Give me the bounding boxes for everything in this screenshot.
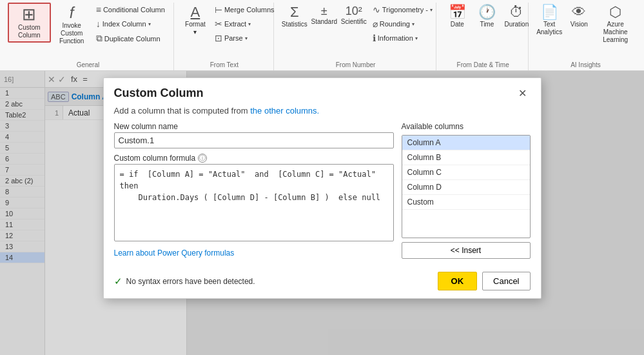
azure-ml-button[interactable]: ⬡ Azure MachineLearning	[594, 3, 636, 46]
dialog-main-row: New column name Custom column formula ⓘ …	[114, 122, 531, 259]
rounding-button[interactable]: ⌀ Rounding ▾	[369, 17, 436, 31]
available-columns-label: Available columns	[402, 122, 531, 131]
dialog-title-bar: Custom Column ✕	[104, 78, 541, 106]
standard-icon: ±	[321, 5, 327, 17]
parse-caret[interactable]: ▾	[245, 36, 248, 41]
rounding-label: Rounding	[380, 20, 410, 28]
new-column-name-input[interactable]	[114, 132, 394, 148]
dialog-footer: ✓ No syntax errors have been detected. O…	[104, 267, 541, 298]
parse-button[interactable]: ⊡ Parse ▾	[211, 31, 278, 45]
ribbon-col-number: ∿ Trigonometry - ▾ ⌀ Rounding ▾ ℹ Inform…	[369, 3, 436, 45]
trigonometry-button[interactable]: ∿ Trigonometry - ▾	[369, 3, 436, 17]
information-icon: ℹ	[373, 33, 376, 43]
formula-section: Custom column formula ⓘ = if [Column A] …	[114, 154, 394, 243]
text-analytics-button[interactable]: 📄 TextAnalytics	[535, 3, 563, 39]
text-analytics-icon: 📄	[541, 5, 558, 19]
new-column-name-section: New column name	[114, 122, 394, 148]
conditional-column-icon: ≡	[96, 5, 101, 15]
information-button[interactable]: ℹ Information ▾	[369, 31, 436, 45]
merge-columns-button[interactable]: ⊢ Merge Columns	[211, 3, 278, 17]
dialog-close-button[interactable]: ✕	[514, 86, 531, 101]
status-message: No syntax errors have been detected.	[126, 277, 255, 286]
dialog-description: Add a column that is computed from the o…	[114, 106, 531, 116]
custom-column-label: Custom Column	[13, 24, 46, 39]
ribbon-group-text-label: From Text	[181, 59, 268, 70]
ok-button[interactable]: OK	[438, 272, 478, 290]
cancel-button[interactable]: Cancel	[482, 272, 530, 290]
standard-button[interactable]: ± Standard	[310, 3, 338, 28]
status-check-icon: ✓	[114, 276, 122, 287]
vision-button[interactable]: 👁 Vision	[565, 3, 593, 31]
invoke-icon: f	[70, 5, 74, 21]
insert-button[interactable]: << Insert	[402, 242, 531, 259]
statistics-label: Statistics	[282, 21, 307, 28]
invoke-label: Invoke CustomFunction	[57, 22, 87, 45]
dialog-body: Add a column that is computed from the o…	[104, 106, 541, 267]
formula-editor[interactable]: = if [Column A] = "Actual" and [Column C…	[114, 164, 394, 241]
format-icon: A	[191, 5, 200, 19]
index-column-button[interactable]: ↓ Index Column ▾	[93, 17, 168, 31]
date-button[interactable]: 📅 Date	[443, 3, 471, 31]
trigonometry-caret[interactable]: ▾	[430, 7, 433, 13]
extract-button[interactable]: ✂ Extract ▾	[211, 17, 278, 31]
parse-label: Parse	[224, 34, 243, 42]
ribbon-group-general: ⊞ Custom Column f Invoke CustomFunction …	[3, 3, 174, 70]
text-analytics-label: TextAnalytics	[536, 21, 562, 36]
scientific-button[interactable]: 10² Scientific	[340, 3, 368, 28]
conditional-column-button[interactable]: ≡ Conditional Column	[93, 3, 168, 17]
col-list-item-column-c[interactable]: Column C	[402, 165, 530, 180]
extract-label: Extract	[224, 20, 246, 28]
index-column-icon: ↓	[96, 19, 101, 29]
extract-caret[interactable]: ▾	[248, 21, 251, 27]
extract-icon: ✂	[215, 19, 222, 29]
rounding-caret[interactable]: ▾	[412, 21, 415, 27]
custom-column-button[interactable]: ⊞ Custom Column	[8, 3, 51, 43]
ribbon-group-from-number-items: Σ Statistics ± Standard 10² Scientific ∿	[280, 3, 431, 59]
col-list-item-custom[interactable]: Custom	[402, 195, 530, 210]
duration-button[interactable]: ⏱ Duration	[502, 3, 531, 31]
duration-label: Duration	[504, 21, 529, 28]
ribbon-group-from-number: Σ Statistics ± Standard 10² Scientific ∿	[275, 3, 437, 70]
col-list-item-column-b[interactable]: Column B	[402, 150, 530, 165]
index-column-caret[interactable]: ▾	[148, 21, 151, 27]
trigonometry-label: Trigonometry -	[382, 6, 428, 14]
scientific-label: Scientific	[341, 18, 367, 26]
time-icon: 🕐	[478, 5, 496, 19]
parse-icon: ⊡	[215, 33, 222, 43]
standard-label: Standard	[311, 18, 337, 26]
duplicate-column-label: Duplicate Column	[104, 35, 161, 43]
ribbon-group-datetime: 📅 Date 🕐 Time ⏱ Duration From Date & Tim…	[438, 3, 529, 70]
trigonometry-icon: ∿	[373, 5, 380, 15]
vision-icon: 👁	[572, 5, 586, 19]
azure-ml-icon: ⬡	[609, 5, 621, 19]
learn-link[interactable]: Learn about Power Query formulas	[114, 249, 394, 258]
dialog-overlay: Custom Column ✕ Add a column that is com…	[0, 71, 644, 355]
vision-label: Vision	[571, 21, 588, 28]
merge-columns-icon: ⊢	[215, 5, 222, 15]
statistics-button[interactable]: Σ Statistics	[280, 3, 309, 31]
dialog-right-panel: Available columns Column A Column B Colu…	[402, 122, 531, 259]
col-list-item-column-d[interactable]: Column D	[402, 180, 530, 195]
formula-info-icon[interactable]: ⓘ	[198, 154, 207, 163]
formula-label: Custom column formula ⓘ	[114, 154, 394, 163]
custom-column-dialog: Custom Column ✕ Add a column that is com…	[103, 77, 542, 299]
ribbon-group-general-items: ⊞ Custom Column f Invoke CustomFunction …	[8, 3, 168, 59]
statistics-icon: Σ	[290, 5, 299, 19]
custom-column-icon: ⊞	[22, 6, 36, 23]
duplicate-column-button[interactable]: ⧉ Duplicate Column	[93, 31, 168, 46]
col-list-item-column-a[interactable]: Column A	[402, 136, 530, 150]
information-caret[interactable]: ▾	[415, 36, 418, 41]
available-columns-list: Column A Column B Column C Column D Cust…	[402, 135, 531, 238]
time-button[interactable]: 🕐 Time	[473, 3, 501, 31]
information-label: Information	[378, 34, 413, 42]
ribbon-col-text: ⊢ Merge Columns ✂ Extract ▾ ⊡ Parse ▾	[211, 3, 278, 45]
ribbon-group-from-text-items: A Format ▾ ⊢ Merge Columns ✂ Extract ▾	[181, 3, 268, 59]
ribbon-group-datetime-label: From Date & Time	[443, 59, 523, 70]
format-button[interactable]: A Format ▾	[181, 3, 210, 39]
index-column-label: Index Column	[102, 20, 146, 28]
invoke-custom-function-button[interactable]: f Invoke CustomFunction	[52, 3, 92, 48]
azure-ml-label: Azure MachineLearning	[599, 21, 632, 44]
merge-columns-label: Merge Columns	[224, 6, 275, 14]
new-column-name-label: New column name	[114, 122, 394, 131]
ribbon-group-general-label: General	[8, 59, 168, 70]
